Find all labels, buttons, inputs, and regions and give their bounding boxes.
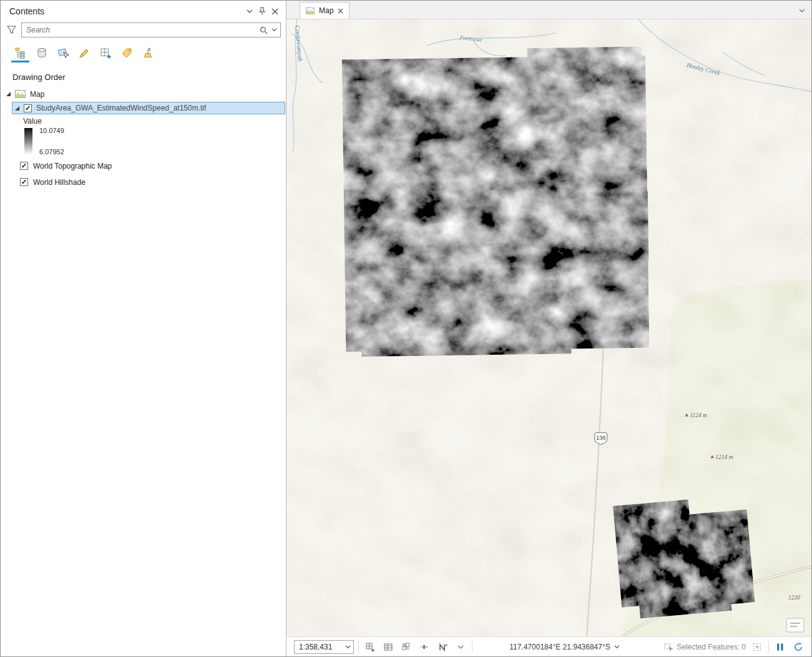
search-options-chevron-icon[interactable] — [271, 28, 277, 32]
tree-item-windspeed-layer[interactable]: StudyArea_GWA_EstimatedWindSpeed_at150m.… — [12, 102, 285, 114]
raster-windspeed-main — [342, 47, 650, 357]
tab-close-icon[interactable] — [338, 8, 343, 14]
tab-list-by-snapping[interactable] — [95, 44, 115, 62]
layer-tree: Map StudyArea_GWA_EstimatedWindSpeed_at1… — [1, 87, 286, 189]
map-icon — [15, 90, 26, 98]
topographic-layer-label: World Topographic Map — [33, 162, 112, 170]
elevation-label-1124: 1124 m — [690, 412, 707, 418]
tab-list-by-data-source[interactable] — [32, 44, 51, 62]
topographic-visibility-checkbox[interactable] — [20, 162, 28, 170]
statusbar-more-chevron-icon[interactable] — [454, 640, 467, 654]
elevation-label-1230: 1230 — [788, 595, 800, 601]
scale-combo[interactable]: 1:358,431 — [294, 640, 354, 654]
statusbar-divider — [472, 641, 472, 652]
map-viewport[interactable]: Hooley Creek Fortescue Coolawanyah 136 1… — [286, 19, 811, 636]
selected-features-icon — [663, 642, 673, 652]
tab-list-by-labeling[interactable] — [117, 44, 136, 62]
map-tab-icon — [306, 7, 315, 14]
search-icon[interactable] — [260, 26, 268, 34]
scale-value[interactable]: 1:358,431 — [299, 643, 345, 651]
map-grid-icon[interactable] — [363, 640, 377, 654]
windspeed-legend: Value 10.0749 6.07952 — [23, 117, 286, 156]
map-item-label: Map — [30, 90, 44, 99]
coordinates-chevron-icon[interactable] — [614, 645, 620, 649]
route-shield-136: 136 — [595, 433, 607, 445]
map-canvas-svg: Hooley Creek Fortescue Coolawanyah 136 1… — [286, 19, 811, 636]
pane-close-icon[interactable] — [268, 5, 281, 17]
contents-search-row — [1, 20, 286, 41]
search-box — [21, 22, 281, 37]
pane-menu-chevron-icon[interactable] — [243, 5, 256, 17]
raster-windspeed-small — [614, 495, 755, 619]
contents-pane: Contents — [1, 1, 286, 656]
pixel-editor-icon[interactable] — [399, 640, 413, 654]
tab-list-by-charts[interactable] — [138, 44, 157, 62]
contents-pane-header: Contents — [1, 1, 286, 20]
contents-toolbar — [1, 41, 286, 62]
layer-expander-icon[interactable] — [15, 106, 19, 111]
coordinates-display[interactable]: 117.4700184°E 21.9436847°S — [509, 643, 620, 651]
search-input[interactable] — [26, 26, 256, 34]
route-shield-label: 136 — [596, 435, 605, 441]
tab-list-by-selection[interactable] — [53, 44, 72, 62]
map-status-bar: 1:358,431 — [286, 636, 811, 656]
statusbar-divider — [358, 641, 359, 652]
hillshade-layer-label: World Hillshade — [33, 178, 86, 187]
map-tab-label: Map — [319, 6, 333, 15]
windspeed-layer-label: StudyArea_GWA_EstimatedWindSpeed_at150m.… — [36, 104, 206, 112]
map-notification-button[interactable] — [786, 618, 804, 632]
contents-pane-title: Contents — [9, 6, 243, 16]
map-expander-icon[interactable] — [6, 92, 11, 96]
coordinates-value: 117.4700184°E 21.9436847°S — [509, 643, 610, 651]
windspeed-visibility-checkbox[interactable] — [24, 104, 32, 112]
tree-item-hillshade[interactable]: World Hillshade — [1, 175, 286, 189]
arcgis-pro-window: Contents — [0, 0, 812, 657]
filter-icon[interactable] — [6, 26, 17, 34]
tab-list-chevron-icon[interactable] — [799, 6, 805, 14]
pane-pin-icon[interactable] — [256, 5, 268, 17]
hillshade-visibility-checkbox[interactable] — [20, 178, 28, 186]
selected-features-label: Selected Features: 0 — [677, 643, 746, 651]
drawing-order-heading: Drawing Order — [1, 62, 286, 87]
elevation-label-1214: 1214 m — [715, 454, 733, 460]
scale-chevron-icon[interactable] — [345, 645, 351, 649]
north-arrow-icon[interactable] — [436, 640, 449, 654]
tree-item-map[interactable]: Map — [1, 87, 286, 101]
legend-min-value: 6.07952 — [39, 148, 64, 156]
legend-title: Value — [23, 117, 286, 126]
statusbar-divider — [768, 641, 769, 652]
legend-max-value: 10.0749 — [39, 127, 64, 134]
attribute-table-icon[interactable] — [381, 640, 395, 654]
refresh-map-icon[interactable] — [791, 640, 805, 654]
legend-color-ramp — [24, 128, 32, 154]
clear-selection-icon[interactable] — [750, 640, 764, 654]
view-tab-bar: Map — [286, 1, 811, 19]
tab-list-by-drawing-order[interactable] — [11, 44, 30, 62]
map-view-area: Map — [286, 1, 811, 656]
map-view-tab[interactable]: Map — [300, 2, 350, 19]
pause-drawing-icon[interactable] — [773, 640, 787, 654]
slider-icon[interactable] — [418, 640, 431, 654]
tree-item-topographic[interactable]: World Topographic Map — [1, 159, 286, 173]
tab-list-by-editing[interactable] — [74, 44, 94, 62]
selected-features: Selected Features: 0 — [663, 642, 746, 652]
